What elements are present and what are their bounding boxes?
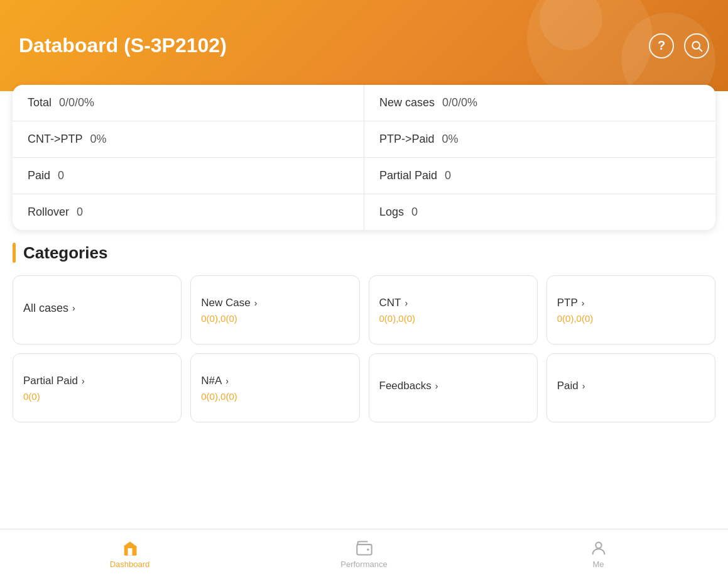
partial-paid-sub: 0(0)	[23, 391, 40, 402]
categories-header: Categories	[13, 243, 715, 263]
stats-cell-new-cases: New cases 0/0/0%	[364, 85, 715, 121]
category-card-ptp[interactable]: PTP › 0(0),0(0)	[546, 275, 715, 345]
feedbacks-chevron-icon: ›	[435, 381, 438, 391]
home-icon	[121, 539, 139, 557]
new-case-label: New Case	[201, 297, 250, 309]
nav-item-performance[interactable]: Performance	[247, 539, 481, 569]
all-cases-label: All cases	[23, 302, 68, 315]
cnt-label: CNT	[379, 297, 401, 309]
category-card-all-cases[interactable]: All cases ›	[13, 275, 182, 345]
search-button[interactable]	[684, 33, 709, 58]
ptp-chevron-icon: ›	[582, 298, 585, 308]
svg-rect-2	[357, 544, 371, 554]
header-icons: ?	[649, 33, 709, 58]
stats-value-new-cases: 0/0/0%	[442, 96, 477, 109]
wallet-icon	[356, 539, 373, 557]
cnt-chevron-icon: ›	[405, 298, 408, 308]
category-grid-row1: All cases › New Case › 0(0),0(0) CNT › 0…	[13, 275, 715, 345]
app-container: Databoard (S-3P2102) ? Total 0/0/0% New …	[0, 0, 728, 579]
svg-point-3	[367, 549, 369, 551]
new-case-sub: 0(0),0(0)	[201, 313, 237, 324]
stats-cell-partial-paid: Partial Paid 0	[364, 158, 715, 194]
stats-label-new-cases: New cases	[379, 96, 435, 109]
nav-item-me[interactable]: Me	[481, 539, 715, 569]
category-card-new-case[interactable]: New Case › 0(0),0(0)	[190, 275, 359, 345]
category-card-cnt[interactable]: CNT › 0(0),0(0)	[369, 275, 538, 345]
nav-item-dashboard[interactable]: Dashboard	[13, 539, 247, 569]
stats-cell-rollover: Rollover 0	[13, 194, 364, 230]
ptp-sub: 0(0),0(0)	[557, 313, 594, 324]
stats-row-3: Paid 0 Partial Paid 0	[13, 158, 715, 194]
person-icon	[590, 539, 607, 557]
stats-label-cnt-ptp: CNT->PTP	[28, 133, 83, 146]
na-sub: 0(0),0(0)	[201, 391, 237, 402]
stats-label-paid: Paid	[28, 169, 50, 182]
na-label: N#A	[201, 375, 222, 387]
stats-row-1: Total 0/0/0% New cases 0/0/0%	[13, 85, 715, 121]
partial-paid-label: Partial Paid	[23, 375, 78, 387]
stats-label-total: Total	[28, 96, 52, 109]
new-case-chevron-icon: ›	[254, 298, 258, 308]
category-card-paid[interactable]: Paid ›	[546, 353, 715, 422]
nav-label-dashboard: Dashboard	[110, 560, 150, 569]
all-cases-chevron-icon: ›	[72, 303, 75, 313]
header: Databoard (S-3P2102) ?	[0, 0, 728, 91]
stats-cell-paid: Paid 0	[13, 158, 364, 194]
stats-value-total: 0/0/0%	[59, 96, 94, 109]
stats-label-partial-paid: Partial Paid	[379, 169, 437, 182]
svg-line-1	[699, 48, 702, 51]
stats-cell-ptp-paid: PTP->Paid 0%	[364, 121, 715, 157]
cnt-sub: 0(0),0(0)	[379, 313, 416, 324]
stats-cell-total: Total 0/0/0%	[13, 85, 364, 121]
category-card-feedbacks[interactable]: Feedbacks ›	[369, 353, 538, 422]
help-icon: ?	[658, 38, 665, 53]
page-title: Databoard (S-3P2102)	[19, 34, 227, 57]
help-button[interactable]: ?	[649, 33, 674, 58]
section-accent	[13, 243, 16, 263]
paid-chevron-icon: ›	[582, 381, 585, 391]
stats-value-cnt-ptp: 0%	[90, 133, 107, 146]
stats-label-logs: Logs	[379, 206, 404, 219]
categories-title: Categories	[23, 243, 107, 263]
stats-label-ptp-paid: PTP->Paid	[379, 133, 435, 146]
stats-row-4: Rollover 0 Logs 0	[13, 194, 715, 230]
category-card-na[interactable]: N#A › 0(0),0(0)	[190, 353, 359, 422]
partial-paid-chevron-icon: ›	[82, 376, 85, 386]
main-content: Categories All cases › New Case › 0(0),0…	[0, 230, 728, 529]
bottom-nav: Dashboard Performance Me	[0, 529, 728, 579]
category-card-partial-paid[interactable]: Partial Paid › 0(0)	[13, 353, 182, 422]
stats-value-ptp-paid: 0%	[442, 133, 459, 146]
stats-card: Total 0/0/0% New cases 0/0/0% CNT->PTP 0…	[13, 85, 715, 230]
stats-value-partial-paid: 0	[445, 169, 451, 182]
paid-label: Paid	[557, 380, 579, 392]
search-icon	[690, 40, 703, 52]
stats-label-rollover: Rollover	[28, 206, 69, 219]
ptp-label: PTP	[557, 297, 578, 309]
nav-label-performance: Performance	[340, 560, 387, 569]
na-chevron-icon: ›	[225, 376, 229, 386]
stats-row-2: CNT->PTP 0% PTP->Paid 0%	[13, 121, 715, 158]
stats-value-logs: 0	[411, 206, 418, 219]
stats-value-paid: 0	[58, 169, 64, 182]
stats-cell-logs: Logs 0	[364, 194, 715, 230]
feedbacks-label: Feedbacks	[379, 380, 432, 392]
svg-point-4	[595, 543, 601, 548]
stats-value-rollover: 0	[77, 206, 83, 219]
stats-cell-cnt-ptp: CNT->PTP 0%	[13, 121, 364, 157]
nav-label-me: Me	[592, 560, 604, 569]
category-grid-row2: Partial Paid › 0(0) N#A › 0(0),0(0) Feed…	[13, 353, 715, 422]
